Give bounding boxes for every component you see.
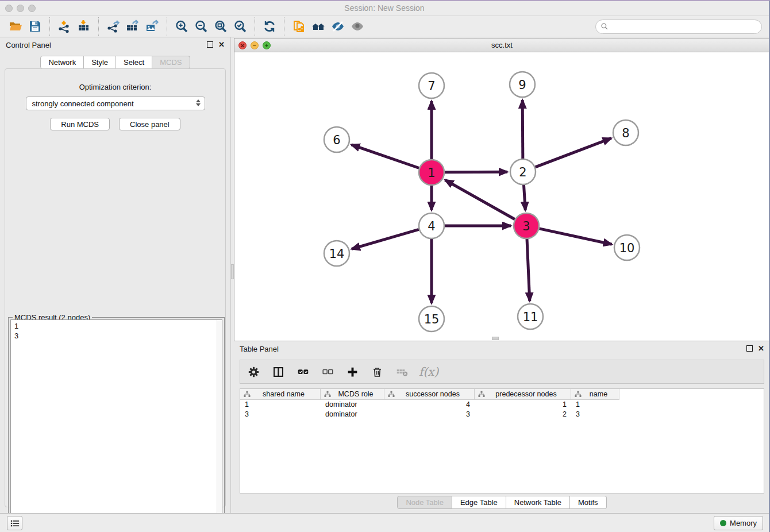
network-resize-grip[interactable] <box>492 337 499 340</box>
import-table-button[interactable] <box>74 18 94 35</box>
memory-status-icon <box>720 520 726 526</box>
control-tab-network[interactable]: Network <box>40 56 84 69</box>
memory-button[interactable]: Memory <box>714 516 763 530</box>
table-cell[interactable]: 3 <box>240 410 321 419</box>
graph-edge-1-2[interactable] <box>445 172 507 172</box>
graph-edge-3-11[interactable] <box>527 239 530 301</box>
column-header-successor-nodes[interactable]: successor nodes <box>384 389 475 400</box>
open-folder-icon <box>9 20 22 33</box>
close-panel-icon[interactable]: ✕ <box>218 41 225 48</box>
column-header-shared-name[interactable]: shared name <box>240 389 321 400</box>
graph-node-15[interactable]: 15 <box>419 306 444 331</box>
table-cell[interactable]: dominator <box>321 400 384 410</box>
graph-edge-3-1[interactable] <box>445 180 515 219</box>
graph-node-2[interactable]: 2 <box>510 159 536 184</box>
network-canvas[interactable]: 7968124314101511 <box>234 52 769 337</box>
graph-edge-2-3[interactable] <box>523 185 525 210</box>
graph-edge-2-8[interactable] <box>536 138 611 167</box>
table-cell[interactable]: 1 <box>240 400 321 410</box>
control-tab-select[interactable]: Select <box>116 56 152 69</box>
result-scrollbar[interactable] <box>217 320 222 532</box>
show-columns-button[interactable] <box>271 364 286 379</box>
delete-column-button[interactable] <box>369 364 384 379</box>
graph-edge-4-14[interactable] <box>352 229 419 249</box>
graph-node-6[interactable]: 6 <box>324 127 349 152</box>
graph-node-14[interactable]: 14 <box>324 241 349 266</box>
graph-node-8[interactable]: 8 <box>613 120 638 145</box>
graph-node-9[interactable]: 9 <box>510 72 535 97</box>
table-tab-network-table[interactable]: Network Table <box>506 496 570 509</box>
search-box[interactable] <box>595 20 762 34</box>
table-cell[interactable]: 4 <box>384 400 475 410</box>
graph-edge-2-9[interactable] <box>522 100 523 159</box>
table-float-icon[interactable] <box>746 345 753 352</box>
column-type-icon <box>244 391 251 398</box>
apply-layout-button[interactable] <box>260 18 279 35</box>
toolbar-separator <box>98 17 99 36</box>
application-window: Session: New Session <box>0 0 770 532</box>
add-column-button[interactable] <box>345 364 360 379</box>
show-all-button[interactable] <box>348 18 367 35</box>
table-panel: Table Panel ✕ <box>234 341 770 514</box>
import-network-button[interactable] <box>55 18 74 35</box>
table-cell[interactable]: 3 <box>384 410 475 419</box>
table-settings-button[interactable] <box>246 364 261 379</box>
table-toolbar: f(x) <box>240 360 764 384</box>
table-cell[interactable]: 3 <box>571 410 619 419</box>
table-row[interactable]: 3dominator323 <box>240 410 764 419</box>
export-table-button[interactable] <box>123 18 143 35</box>
close-panel-button[interactable]: Close panel <box>119 118 180 130</box>
graph-node-11[interactable]: 11 <box>518 304 543 329</box>
task-history-button[interactable] <box>7 516 22 530</box>
delete-table-button[interactable] <box>394 364 409 379</box>
run-mcds-button[interactable]: Run MCDS <box>50 118 110 130</box>
svg-text:15: 15 <box>424 313 440 326</box>
table-cell[interactable]: 2 <box>475 410 571 419</box>
search-input[interactable] <box>612 22 757 31</box>
function-builder-button[interactable]: f(x) <box>419 364 438 379</box>
control-tab-style[interactable]: Style <box>84 56 116 69</box>
new-network-from-selection-button[interactable] <box>289 18 309 35</box>
export-image-button[interactable] <box>143 18 162 35</box>
table-tab-edge-table[interactable]: Edge Table <box>452 496 506 509</box>
control-panel-title: Control Panel <box>6 41 51 49</box>
column-header-MCDS-role[interactable]: MCDS role <box>321 389 384 400</box>
copy-network-icon <box>292 20 306 33</box>
table-cell[interactable]: 1 <box>475 400 571 410</box>
list-icon <box>10 519 20 527</box>
export-network-button[interactable] <box>103 18 123 35</box>
export-table-icon <box>126 20 140 33</box>
mcds-result-text[interactable]: 1 3 <box>10 319 222 532</box>
table-close-icon[interactable]: ✕ <box>758 345 764 352</box>
zoom-selected-button[interactable] <box>230 18 250 35</box>
deselect-all-rows-button[interactable] <box>320 364 335 379</box>
column-header-name[interactable]: name <box>571 389 619 400</box>
graph-node-10[interactable]: 10 <box>614 235 640 260</box>
graph-node-3[interactable]: 3 <box>514 213 539 238</box>
zoom-in-button[interactable] <box>172 18 191 35</box>
table-tab-node-table[interactable]: Node Table <box>397 496 452 509</box>
zoom-out-button[interactable] <box>191 18 211 35</box>
graph-edge-1-6[interactable] <box>352 145 419 168</box>
node-table: shared nameMCDS rolesuccessor nodesprede… <box>240 388 764 494</box>
graph-node-1[interactable]: 1 <box>419 160 444 185</box>
export-network-icon <box>106 20 120 33</box>
control-tab-mcds[interactable]: MCDS <box>152 56 190 69</box>
table-cell[interactable]: 1 <box>571 400 619 410</box>
save-session-button[interactable] <box>25 18 45 35</box>
column-header-predecessor-nodes[interactable]: predecessor nodes <box>475 389 571 400</box>
hide-selected-button[interactable] <box>328 18 348 35</box>
optimization-criterion-select[interactable]: strongly connected component <box>26 97 205 110</box>
graph-edge-3-10[interactable] <box>539 229 611 244</box>
zoom-fit-button[interactable] <box>211 18 230 35</box>
svg-text:7: 7 <box>428 79 435 93</box>
graph-node-4[interactable]: 4 <box>419 213 444 238</box>
select-all-rows-button[interactable] <box>295 364 310 379</box>
float-panel-icon[interactable] <box>207 41 213 48</box>
table-cell[interactable]: dominator <box>321 410 384 419</box>
first-neighbors-button[interactable] <box>309 18 328 35</box>
table-row[interactable]: 1dominator411 <box>240 400 764 410</box>
graph-node-7[interactable]: 7 <box>419 73 444 98</box>
open-session-button[interactable] <box>6 18 25 35</box>
table-tab-motifs[interactable]: Motifs <box>570 496 607 509</box>
